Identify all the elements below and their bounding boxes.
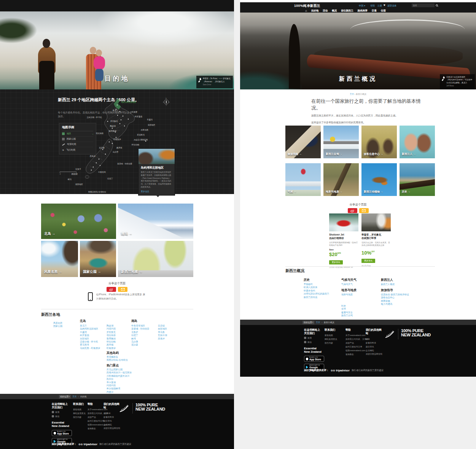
map-region-label[interactable]: 南部地区: [75, 183, 83, 185]
overview-link[interactable]: 早期移民: [304, 283, 329, 286]
email-share-button[interactable]: [118, 287, 127, 292]
map-region-label[interactable]: 陶波湖: [110, 125, 116, 127]
region-link[interactable]: 蒂马鲁: [158, 331, 167, 334]
region-link[interactable]: 西海岸: [158, 337, 167, 340]
region-link[interactable]: 玛塔玛塔: [107, 327, 116, 330]
nav-itineraries[interactable]: 路线推荐: [358, 9, 368, 13]
card-south-island[interactable]: 南岛 →: [118, 204, 193, 239]
map-region-label[interactable]: 鲁阿佩胡: [109, 130, 116, 132]
weibo-link[interactable]: 微博: [304, 337, 322, 339]
attraction-link[interactable]: 西海岸的冰川—福克斯冰: [107, 371, 132, 374]
overview-link[interactable]: 优质标志-新西兰的纯净保证: [381, 293, 409, 296]
nav-accommodation[interactable]: 住宿: [381, 9, 386, 13]
overview-link[interactable]: 电力与通讯: [381, 303, 409, 306]
map-region-label[interactable]: 奥克兰: [113, 109, 118, 111]
weibo-share-button[interactable]: [348, 208, 357, 213]
nav-destinations[interactable]: 目的地: [311, 9, 319, 13]
footer-link[interactable]: 企业网站: [103, 423, 122, 427]
overview-link[interactable]: 怀唐伊条约: [304, 289, 329, 292]
region-link[interactable]: 国家公园: [53, 325, 62, 328]
more-info-link[interactable]: 更多信息: [141, 190, 172, 193]
region-link[interactable]: 斯图尔特岛-拉奇欧拉: [107, 358, 128, 361]
deal-card-te-puia[interactable]: 蒂普亚，罗托鲁瓦在线预订即享 毛利文化之旅：毛利文化表演、音乐会之旅或间歇泉观光…: [361, 213, 391, 267]
card-north-island[interactable]: 北岛 →: [41, 204, 116, 239]
site-logo[interactable]: 100%纯净新西兰: [294, 4, 320, 8]
attraction-link[interactable]: 蒂卡普湖: [107, 381, 132, 384]
footer-link[interactable]: 旅游业营运商登陆: [366, 352, 384, 356]
overview-link[interactable]: 新西兰的传说: [304, 296, 329, 299]
breadcrumb-home-link[interactable]: 主页: [316, 321, 320, 324]
tile-climate[interactable]: 气候 →: [285, 163, 321, 196]
map-region-label[interactable]: 罗托鲁瓦: [110, 120, 118, 122]
overview-link[interactable]: 地形与地质: [341, 293, 353, 296]
register-link[interactable]: 注册: [377, 4, 382, 8]
map-region-label[interactable]: 旺格雷: [132, 111, 137, 113]
region-link[interactable]: 尼尔森: [131, 343, 149, 346]
attraction-link[interactable]: 川和弗朗兹约瑟夫冰川: [107, 374, 132, 377]
map-region-label[interactable]: 马尔堡: [113, 151, 118, 153]
footer-link[interactable]: 就业资讯: [103, 419, 122, 423]
map-region-label[interactable]: 塔拉纳基: [96, 132, 103, 134]
weibo-link[interactable]: 微博: [52, 411, 69, 414]
map-region-label[interactable]: 西海岸: [90, 155, 96, 157]
region-link[interactable]: 皇后镇: [158, 324, 167, 327]
tile-visitor-centres[interactable]: 游客信息中心 →: [361, 126, 397, 158]
footer-link[interactable]: 就业资讯: [366, 345, 384, 349]
region-link[interactable]: 南部地区: [158, 327, 167, 330]
footer-link[interactable]: 影像资料库: [103, 416, 122, 419]
region-link[interactable]: 马纳瓦图 - 旺格努伊: [80, 347, 100, 350]
overview-link[interactable]: 气候与天气: [341, 283, 353, 286]
tripadvisor-logo[interactable]: ⊙⊙ tripadvisor: [331, 369, 350, 372]
region-link[interactable]: 中奥塔哥地区: [131, 324, 149, 327]
app-store-badge[interactable]: Available on the App Store: [304, 356, 324, 362]
breadcrumb-home-link[interactable]: 主页: [350, 93, 354, 95]
map-region-label[interactable]: 怀拉拉帕: [132, 143, 139, 146]
country-selector[interactable]: 中国 ▾: [359, 4, 365, 8]
overview-link[interactable]: 新西兰人概述: [381, 283, 395, 286]
attraction-link[interactable]: 玛塔玛塔: [107, 384, 132, 387]
search-icon[interactable]: [436, 4, 438, 7]
tile-driving-nz[interactable]: 新西兰自驾 →: [323, 126, 359, 158]
tile-geology[interactable]: 地形与地质 →: [323, 163, 359, 196]
region-link[interactable]: 但尼丁: [131, 334, 149, 337]
overview-link[interactable]: 新西兰自驾: [341, 314, 353, 317]
region-link[interactable]: 查塔姆群岛: [107, 355, 128, 358]
footer-link[interactable]: 网站反馈意见: [325, 338, 341, 341]
tile-history[interactable]: 历史 →: [400, 163, 435, 196]
weibo-share-button[interactable]: [107, 287, 116, 292]
map-region-label[interactable]: 丰盛湾: [147, 118, 153, 121]
overview-link[interactable]: 游客信息中心: [381, 296, 409, 299]
overview-link[interactable]: 残障设施: [381, 299, 409, 303]
region-link[interactable]: 风景名胜: [53, 322, 62, 325]
tripadvisor-logo[interactable]: ⊙⊙ tripadvisor: [78, 443, 97, 446]
tile-flora-fauna[interactable]: 新西兰动植物 →: [361, 163, 397, 196]
deal-card-shotover[interactable]: Shotover Jet自由行程特价 全世界最刺激的喷射快艇！自由行程最高节省 …: [329, 213, 358, 268]
region-link[interactable]: 科罗曼德: [80, 334, 100, 337]
overview-link[interactable]: 欧洲人的到来: [304, 286, 329, 289]
region-link[interactable]: 旺格努伊: [107, 347, 116, 350]
app-store-badge[interactable]: Available on the App Store: [52, 430, 72, 436]
footer-link[interactable]: 媒体: [366, 338, 384, 341]
region-link[interactable]: 东部地区: [80, 337, 100, 340]
map-region-label[interactable]: 基督城 - 坎特伯雷: [117, 162, 132, 165]
region-link[interactable]: 基督城 - 坎特伯雷: [131, 327, 149, 330]
region-link[interactable]: 岛屿湾和北部地区: [80, 327, 100, 330]
region-link[interactable]: 奥克兰: [80, 324, 100, 327]
region-link[interactable]: 丰盛湾: [80, 331, 100, 334]
region-link[interactable]: 克鲁萨: [131, 331, 149, 334]
email-share-button[interactable]: [359, 208, 369, 213]
overview-link[interactable]: 20世纪到21世纪的新西兰: [304, 292, 329, 295]
map-region-label[interactable]: 汉密尔顿 - 怀卡托: [87, 116, 102, 118]
map-region-label[interactable]: 旺格努伊: [113, 138, 121, 140]
map-region-label[interactable]: 峡湾: [68, 178, 72, 180]
breadcrumb-home-link[interactable]: 主页: [72, 395, 76, 398]
region-link[interactable]: 峡湾: [131, 337, 149, 340]
card-national-parks[interactable]: 国家公园 →: [80, 241, 116, 277]
search-input[interactable]: [412, 3, 435, 7]
more-info-button[interactable]: 更多资讯: [361, 259, 375, 263]
footer-link[interactable]: 影像资料库: [366, 341, 384, 345]
wechat-link[interactable]: 微信: [52, 415, 69, 418]
home-nav-icon[interactable]: ⌂: [305, 10, 307, 13]
overview-link[interactable]: 时差: [341, 304, 353, 307]
attraction-link[interactable]: 库克山国家公园: [107, 368, 132, 371]
